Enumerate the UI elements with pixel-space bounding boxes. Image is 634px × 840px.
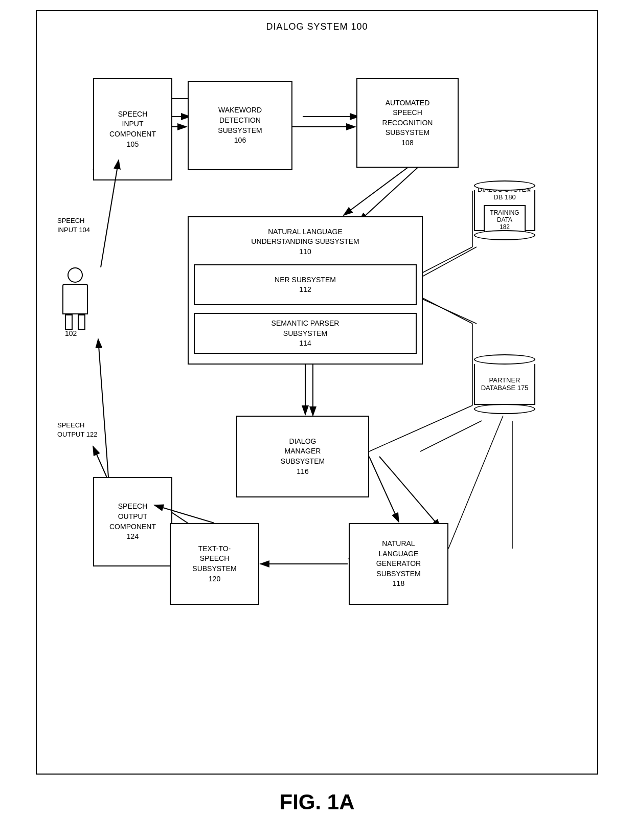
partner-db-cylinder: PARTNERDATABASE 175 [474, 354, 535, 414]
svg-line-20 [344, 168, 407, 215]
speech-output-label-text: SPEECHOUTPUTCOMPONENT124 [109, 502, 156, 541]
person-leg-right [78, 314, 85, 330]
svg-line-11 [420, 298, 477, 324]
asr-label-text: AUTOMATEDSPEECHRECOGNITIONSUBSYSTEM108 [382, 98, 433, 148]
partner-db-label: PARTNERDATABASE 175 [481, 376, 529, 392]
fig-label: FIG. 1A [279, 790, 354, 814]
person-head [67, 267, 83, 283]
training-data-label: TRAININGDATA182 [490, 209, 519, 231]
semantic-parser-label-text: SEMANTIC PARSERSUBSYSTEM114 [271, 319, 339, 349]
dialog-db-body: DIALOG SYSTEMDB 180 TRAININGDATA182 [474, 190, 535, 231]
svg-line-26 [423, 247, 472, 273]
wakeword-label-text: WAKEWORDDETECTIONSUBSYSTEM106 [218, 105, 262, 145]
partner-db-top [474, 354, 535, 365]
speech-input-box: SPEECHINPUTCOMPONENT105 [93, 78, 172, 180]
tts-box: TEXT-TO-SPEECHSUBSYSTEM120 [170, 523, 259, 605]
nlg-label-text: NATURALLANGUAGEGENERATORSUBSYSTEM118 [376, 539, 421, 589]
dialog-manager-label-text: DIALOGMANAGERSUBSYSTEM116 [281, 437, 325, 476]
svg-line-5 [379, 457, 441, 528]
svg-line-22 [369, 457, 399, 522]
nlu-title: NATURAL LANGUAGEUNDERSTANDING SUBSYSTEM1… [251, 227, 359, 257]
svg-line-30 [369, 405, 472, 451]
person-figure [62, 267, 88, 330]
outer-border: DIALOG SYSTEM 100 [36, 10, 598, 775]
tts-label-text: TEXT-TO-SPEECHSUBSYSTEM120 [192, 544, 236, 584]
diagram-area: 102 SPEECHINPUT 104 SPEECHOUTPUT 122 SPE… [52, 48, 582, 753]
person-legs [65, 314, 85, 330]
person-leg-left [65, 314, 73, 330]
speech-input-label-text: SPEECHINPUTCOMPONENT105 [109, 109, 156, 149]
nlu-box: NATURAL LANGUAGEUNDERSTANDING SUBSYSTEM1… [188, 216, 423, 365]
speech-output-box: SPEECHOUTPUTCOMPONENT124 [93, 477, 172, 566]
speech-input-label: SPEECHINPUT 104 [57, 216, 90, 235]
ner-box: NER SUBSYSTEM112 [194, 264, 417, 305]
svg-line-12 [420, 421, 482, 451]
svg-line-10 [420, 247, 477, 278]
svg-line-25 [98, 339, 108, 477]
dialog-db-bottom [474, 230, 535, 240]
wakeword-box: WAKEWORDDETECTIONSUBSYSTEM106 [188, 81, 292, 170]
ner-label-text: NER SUBSYSTEM112 [275, 275, 336, 295]
partner-db-body: PARTNERDATABASE 175 [474, 364, 535, 405]
partner-db-bottom [474, 404, 535, 414]
nlg-box: NATURALLANGUAGEGENERATORSUBSYSTEM118 [349, 523, 448, 605]
svg-line-31 [448, 416, 503, 549]
svg-line-27 [423, 298, 472, 324]
person-body [62, 284, 88, 314]
svg-line-3 [359, 165, 420, 221]
dialog-db-top [474, 180, 535, 191]
person-102-label: 102 [65, 329, 77, 339]
system-title: DIALOG SYSTEM 100 [52, 21, 582, 32]
dialog-manager-box: DIALOGMANAGERSUBSYSTEM116 [236, 416, 369, 497]
speech-output-label: SPEECHOUTPUT 122 [57, 421, 98, 439]
page-container: DIALOG SYSTEM 100 [36, 10, 598, 814]
dialog-db-cylinder: DIALOG SYSTEMDB 180 TRAININGDATA182 [474, 180, 535, 240]
asr-box: AUTOMATEDSPEECHRECOGNITIONSUBSYSTEM108 [356, 78, 459, 168]
semantic-parser-box: SEMANTIC PARSERSUBSYSTEM114 [194, 313, 417, 354]
